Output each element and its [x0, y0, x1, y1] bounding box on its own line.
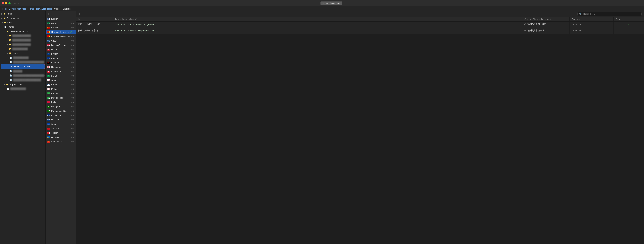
- sidebar-item-blurred9[interactable]: 📄 ██████████████████: [0, 78, 46, 82]
- remove-language-button[interactable]: −: [51, 12, 53, 15]
- sidebar-item-frameworks[interactable]: ▶ 📁 Frameworks: [0, 16, 46, 20]
- lang-item-sk[interactable]: SKSlovak0%: [46, 122, 76, 126]
- minimize-button[interactable]: [5, 2, 7, 4]
- lang-item-uk[interactable]: UKUkrainian0%: [46, 135, 76, 140]
- lang-flag-ms: MS: [47, 88, 50, 90]
- lang-item-hu[interactable]: HUHungarian0%: [46, 65, 76, 69]
- lang-pct-ja: 0%: [72, 79, 74, 81]
- sidebar-item-blurred4[interactable]: ▶ 📁 ██████████: [0, 46, 46, 51]
- lang-label-cs: Czech: [51, 40, 57, 42]
- lang-label-pt: Portuguese: [51, 105, 62, 108]
- disclosure-icon: ▼: [4, 30, 6, 32]
- forward-icon[interactable]: ›: [22, 2, 22, 4]
- lang-item-ms[interactable]: MSMalay0%: [46, 87, 76, 91]
- sidebar-item-home[interactable]: ▼ 📁 Home: [0, 51, 46, 55]
- table-toolbar: + − 🔍 Filter: [76, 11, 644, 17]
- sidebar-item-blurred5[interactable]: 📄 ██████████: [0, 55, 46, 60]
- folder-icon: 📁: [4, 21, 6, 24]
- lang-label-fa: Persian: [51, 92, 58, 95]
- sidebar-item-blurred2[interactable]: ▶ 📁 ████████████: [0, 38, 46, 42]
- expand-icon[interactable]: ⇆: [637, 2, 639, 4]
- lang-item-ru[interactable]: RURussian0%: [46, 118, 76, 122]
- table-body: 扫码或长按识别二维码 Scan or long press to identif…: [76, 21, 644, 244]
- back-icon[interactable]: ‹: [18, 2, 19, 4]
- lang-item-en[interactable]: ENEnglish: [46, 17, 76, 21]
- sidebar-item-blurred3[interactable]: ▶ 📁 ████████████: [0, 42, 46, 46]
- lang-item-fa-ir[interactable]: FAPersian (Iran)0%: [46, 96, 76, 100]
- maximize-button[interactable]: [8, 2, 11, 4]
- file-icon: 📄: [10, 78, 12, 81]
- breadcrumb-current: Chinese, Simplified: [54, 8, 72, 10]
- sidebar-item-blurred8[interactable]: 📄 ████████████████████ 255: [0, 73, 46, 78]
- table-row-1[interactable]: 扫码或长按小程序码 Scan or long press the mini pr…: [76, 28, 644, 34]
- sidebar-item-blurred1[interactable]: ▶ 📁 ████████████: [0, 33, 46, 38]
- badge: 255: [44, 75, 46, 76]
- sidebar-item-devpods[interactable]: ▼ 📁 Development Pods: [0, 29, 46, 33]
- breadcrumb-homelocalizable[interactable]: HomeLocalizable: [36, 8, 52, 10]
- grid-icon[interactable]: ⊞: [14, 2, 16, 4]
- sidebar-item-blurred10[interactable]: 📄 ██████████: [0, 86, 46, 91]
- lang-pct-hu: 0%: [72, 66, 74, 68]
- sidebar-item-blurred7[interactable]: 📄 ██████: [0, 69, 46, 73]
- lang-flag-ru: RU: [47, 119, 50, 121]
- lang-item-ar[interactable]: ARArabic0%: [46, 21, 76, 25]
- add-language-button[interactable]: +: [47, 12, 50, 15]
- breadcrumb-home[interactable]: Home: [28, 8, 34, 10]
- lang-item-da[interactable]: DADanish (Denmark)0%: [46, 43, 76, 47]
- add-row-button[interactable]: +: [78, 12, 81, 16]
- lang-item-ca[interactable]: CACatalan0%: [46, 25, 76, 30]
- lang-item-ko[interactable]: KOKorean0%: [46, 82, 76, 87]
- lang-item-pt[interactable]: PTPortuguese0%: [46, 104, 76, 109]
- lang-item-nl[interactable]: NLDutch0%: [46, 47, 76, 52]
- sidebar-item-pods[interactable]: ▼ 📁 Pods: [0, 20, 46, 25]
- lang-item-pt-br[interactable]: PTPortuguese (Brazil)0%: [46, 109, 76, 113]
- lang-item-it[interactable]: ITItalian0%: [46, 74, 76, 78]
- sidebar-item-blurred6[interactable]: 📄 ████████████████████: [0, 60, 46, 64]
- lang-flag-hu: HU: [47, 66, 50, 68]
- cell-default-0: Scan or long press to identify the QR co…: [113, 21, 522, 27]
- disclosure-icon: ▼: [1, 21, 3, 23]
- lang-pct-ar: 0%: [72, 22, 74, 24]
- lang-pct-ru: 0%: [72, 119, 74, 121]
- filter-toggle-button[interactable]: Filter: [583, 13, 589, 15]
- lang-label-fa-ir: Persian (Iran): [51, 97, 64, 99]
- disclosure-icon: ▶: [7, 39, 8, 41]
- lang-item-zh-hant[interactable]: ZHChinese, Traditional0%: [46, 34, 76, 39]
- lang-label-sk: Slovak: [51, 123, 58, 125]
- lang-flag-ja: JA: [47, 79, 50, 81]
- lang-item-fi[interactable]: FIFinnish0%: [46, 52, 76, 56]
- filter-input[interactable]: [590, 13, 640, 15]
- lang-label-ms: Malay: [51, 88, 57, 90]
- sidebar-item-podfile[interactable]: 📄 Podfile: [0, 25, 46, 29]
- lang-item-cs[interactable]: CSCzech0%: [46, 39, 76, 43]
- lang-flag-cs: CS: [47, 40, 50, 42]
- tab-homelocalizable[interactable]: ≡ HomeLocalizable: [320, 1, 342, 5]
- breadcrumb: Pods › Development Pods › Home › HomeLoc…: [0, 6, 644, 11]
- lang-item-vi[interactable]: VIVietnamese0%: [46, 140, 76, 144]
- lang-item-zh-hans[interactable]: ZHChinese, Simplified✓: [46, 30, 76, 34]
- lang-item-ja[interactable]: JAJapanese0%: [46, 78, 76, 82]
- lang-flag-uk: UK: [47, 136, 50, 138]
- breadcrumb-pods[interactable]: Pods: [2, 8, 6, 10]
- close-button[interactable]: [2, 2, 4, 4]
- table-row-0[interactable]: 扫码或长按识别二维码 Scan or long press to identif…: [76, 21, 644, 28]
- remove-row-button[interactable]: −: [82, 12, 85, 16]
- sidebar-item-supportfiles[interactable]: ▶ 📁 Support Files: [0, 82, 46, 86]
- lang-label-uk: Ukrainian: [51, 136, 60, 139]
- lang-item-pl[interactable]: PLPolish0%: [46, 100, 76, 104]
- lang-item-es[interactable]: ESSpanish0%: [46, 126, 76, 131]
- sidebar-item-homelocalizable[interactable]: ≡ HomeLocalizable ⚠: [0, 64, 45, 69]
- sidebar-toggle-icon[interactable]: ≡: [641, 2, 642, 4]
- lang-item-ro[interactable]: RORomanian0%: [46, 113, 76, 118]
- lang-pct-pt-br: 0%: [72, 110, 74, 112]
- lang-item-de[interactable]: DEGerman0%: [46, 61, 76, 65]
- sidebar-item-pods-top[interactable]: ▶ 📁 Pods: [0, 11, 46, 16]
- col-header-comment: Comment: [570, 17, 614, 21]
- lang-item-id[interactable]: IDIndonesian0%: [46, 69, 76, 74]
- lang-item-tr[interactable]: TRTurkish0%: [46, 131, 76, 135]
- lang-item-fa[interactable]: FAPersian0%: [46, 91, 76, 96]
- breadcrumb-devpods[interactable]: Development Pods: [9, 8, 26, 10]
- lang-pct-ca: 0%: [72, 27, 74, 29]
- lang-item-fr[interactable]: FRFrench0%: [46, 56, 76, 61]
- podfile-icon: 📄: [4, 25, 7, 28]
